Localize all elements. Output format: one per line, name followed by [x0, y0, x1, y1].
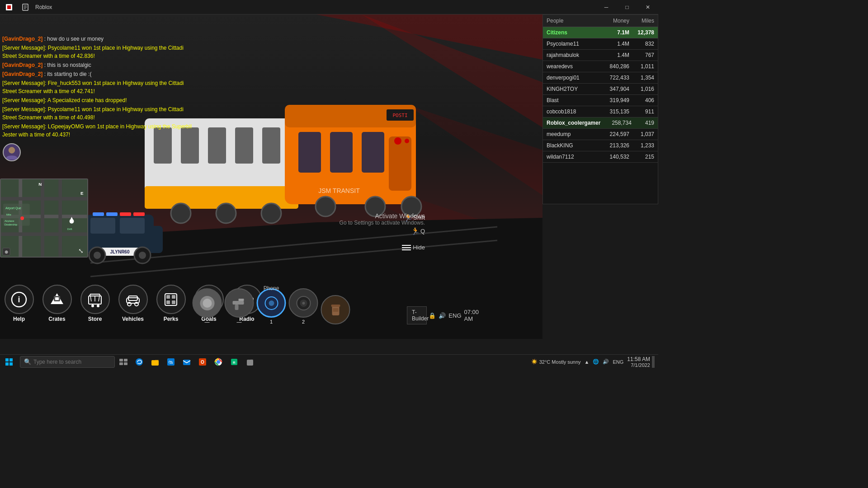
window-controls: ─ □ ✕ — [596, 0, 658, 14]
table-row: Blast 319,949 406 — [543, 95, 658, 106]
perks-button[interactable]: Perks — [153, 285, 189, 322]
lb-citizens-name: Citizens — [547, 29, 595, 36]
language-indicator: ENG — [613, 359, 623, 365]
table-row: wildan7112 140,532 215 — [543, 151, 658, 163]
clock: 11:58 AM 7/1/2022 — [627, 356, 650, 368]
svg-rect-19 — [235, 127, 253, 164]
office-button[interactable]: O — [195, 355, 210, 369]
system-tray-up-arrow[interactable]: ▲ — [585, 359, 590, 365]
table-row: Roblox_coolergamer 258,734 419 — [543, 117, 658, 129]
explorer-icon — [151, 358, 159, 366]
volume-icon[interactable]: 🔊 — [603, 359, 609, 365]
svg-rect-45 — [133, 212, 145, 216]
svg-rect-24 — [330, 132, 353, 173]
lb-row-name: cobcob1818 — [547, 108, 595, 115]
minimap-zoom-controls: ⊕ — [2, 248, 10, 256]
phone-slot-wrap-3: 1 — [255, 288, 288, 324]
maximize-button[interactable]: □ — [617, 0, 637, 14]
taskbar-search-box[interactable]: 🔍 — [20, 356, 115, 368]
phone-item-1[interactable] — [193, 288, 222, 318]
lb-row-miles: 215 — [629, 154, 654, 160]
svg-point-85 — [97, 305, 99, 307]
phone-item-2[interactable] — [225, 288, 254, 318]
lb-row-money: 319,949 — [595, 97, 629, 103]
svg-rect-26 — [389, 136, 411, 191]
svg-point-110 — [302, 302, 305, 305]
svg-rect-23 — [298, 132, 321, 173]
store-label: Store — [88, 316, 102, 322]
svg-point-130 — [217, 360, 220, 364]
files-icon — [246, 358, 254, 366]
player-name-2: [GavinDrago_2] — [2, 62, 42, 68]
server-msg-2: [Server Message]: Fire_huck553 won 1st p… — [2, 80, 184, 94]
edge-icon — [135, 358, 143, 366]
minimap-icon: ⊕ — [2, 248, 10, 256]
lb-row-money: 1.4M — [595, 41, 629, 47]
table-row: KINGH2TOY 347,904 1,016 — [543, 84, 658, 95]
svg-rect-43 — [106, 212, 118, 216]
chrome-button[interactable] — [211, 355, 226, 369]
svg-rect-94 — [172, 300, 175, 304]
svg-rect-42 — [93, 212, 104, 216]
chrome-icon — [214, 358, 222, 366]
chat-line-1: [GavinDrago_2] : how do u see ur money — [2, 35, 197, 43]
phone-slot-label-4: 2 — [302, 319, 305, 324]
svg-rect-57 — [1, 232, 87, 236]
chat-line-2: [Server Message]: Psycolame11 won 1st pl… — [2, 44, 197, 60]
ms-store-button[interactable]: 🛍 — [164, 355, 178, 369]
lb-row-money: 722,433 — [595, 75, 629, 81]
svg-rect-58 — [1, 197, 87, 201]
hide-button[interactable]: Hide — [402, 244, 425, 251]
help-button[interactable]: i Help — [1, 285, 37, 322]
svg-point-35 — [316, 197, 335, 216]
minimap-expand-icon: ⤡ — [76, 246, 86, 256]
table-row: denverpogi01 722,433 1,354 — [543, 72, 658, 84]
store-button[interactable]: Store — [77, 285, 113, 322]
player-avatar — [3, 143, 21, 161]
search-input[interactable] — [33, 359, 110, 365]
table-row: meedump 224,597 1,037 — [543, 129, 658, 140]
mail-button[interactable] — [179, 355, 194, 369]
crates-button[interactable]: Crates — [39, 285, 75, 322]
svg-rect-113 — [333, 308, 338, 312]
q-key-label: Q — [420, 228, 425, 235]
chat-line-8: [Server Message]: LGpeejayOMG won 1st pl… — [2, 122, 197, 139]
perks-icon — [163, 291, 179, 308]
vehicles-label: Vehicles — [122, 316, 144, 322]
vehicles-button[interactable]: Vehicles — [115, 285, 151, 322]
svg-text:🛍: 🛍 — [169, 360, 173, 365]
task-view-button[interactable] — [116, 355, 131, 369]
chat-line-3: [GavinDrago_2] : this is so nostalgic — [2, 61, 197, 69]
help-icon: i — [11, 291, 27, 308]
clock-date: 7/1/2022 — [631, 362, 650, 368]
phone-item-4[interactable] — [289, 288, 318, 318]
minimize-button[interactable]: ─ — [596, 0, 617, 14]
weather-indicator: ☀️ 32°C Mostly sunny — [531, 359, 581, 365]
edge-button[interactable] — [132, 355, 146, 369]
search-icon: 🔍 — [24, 358, 31, 365]
lb-row-name: KINGH2TOY — [547, 86, 595, 92]
lb-row-name: Roblox_coolergamer — [547, 120, 600, 126]
svg-text:JSM TRANSIT: JSM TRANSIT — [318, 187, 360, 194]
lb-citizens-miles: 12,378 — [629, 29, 654, 36]
explorer-button[interactable] — [148, 355, 162, 369]
leaderboard-header: People Money Miles — [543, 15, 658, 27]
roblox-taskbar-button[interactable]: R — [227, 355, 241, 369]
phone-item-3-selected[interactable] — [257, 288, 286, 318]
show-desktop-button[interactable] — [652, 356, 655, 368]
svg-rect-25 — [362, 132, 384, 173]
svg-point-84 — [91, 305, 94, 307]
phone-item-5[interactable] — [321, 295, 350, 324]
start-button[interactable] — [0, 355, 18, 369]
lb-row-name: wildan7112 — [547, 154, 595, 160]
phone-slot-wrap-2: — — [223, 288, 255, 324]
phone-slot-label-1: — — [205, 319, 210, 324]
chat-line-5: [Server Message]: Fire_huck553 won 1st p… — [2, 79, 197, 95]
tbuilder-time: 07:00 AM — [464, 309, 479, 322]
svg-rect-126 — [183, 360, 190, 365]
mail-icon — [183, 358, 191, 366]
files-button[interactable] — [243, 355, 257, 369]
lb-row-money: 258,734 — [600, 120, 631, 126]
close-button[interactable]: ✕ — [637, 0, 658, 14]
taskbar-right: ☀️ 32°C Mostly sunny ▲ 🌐 🔊 ENG 11:58 AM … — [528, 356, 658, 368]
